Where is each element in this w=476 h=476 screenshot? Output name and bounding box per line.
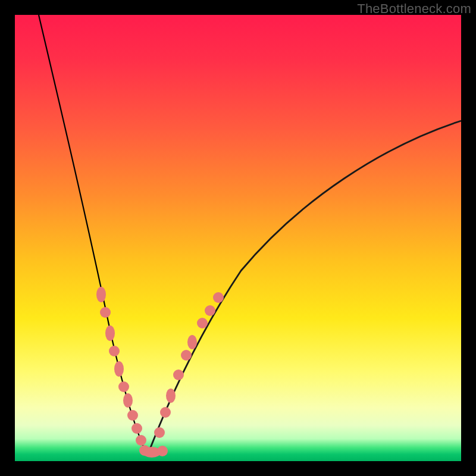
marker-dot bbox=[166, 389, 176, 403]
marker-dot bbox=[160, 407, 171, 418]
marker-dot bbox=[100, 307, 111, 318]
marker-dot bbox=[181, 350, 192, 361]
marker-dot bbox=[131, 423, 142, 434]
marker-dot bbox=[197, 318, 208, 328]
marker-dot bbox=[118, 381, 129, 392]
marker-dot bbox=[127, 410, 138, 421]
right-curve bbox=[149, 121, 461, 452]
marker-dot bbox=[187, 335, 197, 349]
marker-dot bbox=[157, 446, 168, 456]
marker-dot bbox=[173, 369, 184, 380]
marker-dot bbox=[114, 361, 124, 377]
chart-overlay bbox=[15, 15, 461, 461]
marker-dot bbox=[205, 305, 215, 316]
marker-dot bbox=[154, 427, 165, 438]
marker-dot bbox=[105, 325, 115, 341]
left-curve bbox=[39, 15, 146, 452]
marker-dot bbox=[96, 287, 106, 302]
marker-dot bbox=[136, 435, 146, 446]
marker-dot bbox=[123, 393, 133, 408]
plot-area bbox=[15, 15, 461, 461]
chart-frame: TheBottleneck.com bbox=[0, 0, 476, 476]
marker-dot bbox=[213, 292, 224, 303]
marker-dot bbox=[109, 346, 120, 356]
